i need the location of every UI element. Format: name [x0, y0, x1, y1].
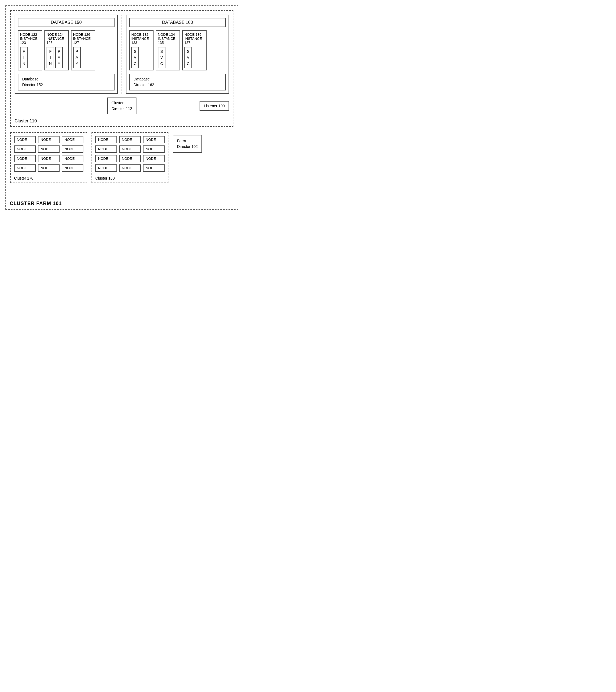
listener-wrap: Listener 190: [158, 101, 229, 111]
node-170-2: NODE: [38, 136, 60, 143]
cluster-farm: DATABASE 150 NODE 122 INSTANCE 123 FIN N…: [5, 5, 238, 210]
cluster-180-grid: NODE NODE NODE NODE NODE NODE NODE NODE …: [95, 136, 164, 172]
node-132: NODE 132 INSTANCE 133 SVC: [129, 30, 154, 70]
node-122-label: NODE 122: [20, 33, 40, 37]
node-136-services: SVC: [184, 46, 204, 68]
node-122: NODE 122 INSTANCE 123 FIN: [18, 30, 42, 70]
node-134-label: NODE 134: [158, 33, 178, 37]
service-pay-126: PAY: [73, 47, 81, 68]
node-170-3: NODE: [62, 136, 83, 143]
node-170-12: NODE: [62, 165, 83, 172]
db-director-162: DatabaseDirector 162: [129, 74, 226, 90]
node-170-10: NODE: [14, 165, 36, 172]
node-126-services: PAY: [73, 46, 93, 68]
node-134-services: SVC: [158, 46, 178, 68]
node-136: NODE 136 INSTANCE 137 SVC: [182, 30, 206, 70]
service-fin-124: FIN: [47, 47, 54, 68]
service-pay-124: PAY: [55, 47, 63, 68]
node-134: NODE 134 INSTANCE 135 SVC: [156, 30, 180, 70]
node-170-5: NODE: [38, 146, 60, 153]
cluster-farm-label: CLUSTER FARM 101: [10, 201, 62, 207]
node-180-2: NODE: [119, 136, 141, 143]
cluster-170-label: Cluster 170: [14, 176, 34, 180]
nodes-row-150: NODE 122 INSTANCE 123 FIN NODE 124 INSTA…: [18, 30, 114, 70]
cluster-bottom-row: ClusterDirector 112 Listener 190: [15, 98, 229, 123]
node-170-9: NODE: [62, 155, 83, 162]
node-122-services: FIN: [20, 46, 40, 68]
node-180-5: NODE: [119, 146, 141, 153]
farm-director-wrap: FarmDirector 102: [173, 132, 202, 153]
node-180-12: NODE: [143, 165, 164, 172]
db-director-162-wrap: DatabaseDirector 162: [129, 74, 226, 90]
node-124: NODE 124 INSTANCE 125 FIN PAY: [44, 30, 69, 70]
node-180-1: NODE: [95, 136, 117, 143]
database-150-title: DATABASE 150: [18, 18, 114, 27]
node-170-6: NODE: [62, 146, 83, 153]
cluster-180-label: Cluster 180: [95, 176, 115, 180]
node-136-num: 137: [184, 41, 204, 45]
cluster-170: NODE NODE NODE NODE NODE NODE NODE NODE …: [10, 132, 87, 183]
service-svc-136: SVC: [184, 47, 192, 68]
node-180-3: NODE: [143, 136, 164, 143]
node-180-10: NODE: [95, 165, 117, 172]
nodes-row-160: NODE 132 INSTANCE 133 SVC NODE 134 INSTA…: [129, 30, 226, 70]
node-122-num: 123: [20, 41, 40, 45]
node-170-4: NODE: [14, 146, 36, 153]
lower-section: NODE NODE NODE NODE NODE NODE NODE NODE …: [10, 132, 234, 183]
node-126-num: 127: [73, 41, 93, 45]
cluster-director-wrap: ClusterDirector 112: [86, 98, 158, 114]
cluster-director-112: ClusterDirector 112: [107, 98, 136, 114]
db-director-152-wrap: DatabaseDirector 152: [18, 74, 114, 90]
cluster-110-label: Cluster 110: [15, 118, 37, 124]
cluster-180: NODE NODE NODE NODE NODE NODE NODE NODE …: [91, 132, 169, 183]
node-126-label: NODE 126: [73, 33, 93, 37]
database-160-title: DATABASE 160: [129, 18, 226, 27]
node-124-services: FIN PAY: [47, 46, 67, 68]
node-180-6: NODE: [143, 146, 164, 153]
node-170-1: NODE: [14, 136, 36, 143]
node-124-label: NODE 124: [47, 33, 67, 37]
node-132-instance: INSTANCE: [131, 37, 151, 41]
node-180-7: NODE: [95, 155, 117, 162]
node-136-label: NODE 136: [184, 33, 204, 37]
node-180-11: NODE: [119, 165, 141, 172]
node-136-instance: INSTANCE: [184, 37, 204, 41]
node-132-num: 133: [131, 41, 151, 45]
node-132-services: SVC: [131, 46, 151, 68]
node-180-4: NODE: [95, 146, 117, 153]
farm-director-102: FarmDirector 102: [173, 135, 202, 153]
node-170-8: NODE: [38, 155, 60, 162]
database-row: DATABASE 150 NODE 122 INSTANCE 123 FIN N…: [15, 15, 229, 94]
vertical-divider: [122, 15, 122, 94]
service-svc-132: SVC: [131, 47, 139, 68]
node-170-11: NODE: [38, 165, 60, 172]
cluster-170-grid: NODE NODE NODE NODE NODE NODE NODE NODE …: [14, 136, 83, 172]
node-180-9: NODE: [143, 155, 164, 162]
node-124-instance: INSTANCE: [47, 37, 67, 41]
cluster-110: DATABASE 150 NODE 122 INSTANCE 123 FIN N…: [10, 10, 234, 127]
listener-190: Listener 190: [200, 101, 229, 111]
node-134-instance: INSTANCE: [158, 37, 178, 41]
database-160: DATABASE 160 NODE 132 INSTANCE 133 SVC N…: [126, 15, 229, 94]
db-director-152: DatabaseDirector 152: [18, 74, 114, 90]
node-132-label: NODE 132: [131, 33, 151, 37]
node-170-7: NODE: [14, 155, 36, 162]
service-fin: FIN: [20, 47, 28, 68]
node-126-instance: INSTANCE: [73, 37, 93, 41]
service-svc-134: SVC: [158, 47, 166, 68]
database-150: DATABASE 150 NODE 122 INSTANCE 123 FIN N…: [15, 15, 118, 94]
node-180-8: NODE: [119, 155, 141, 162]
node-122-instance: INSTANCE: [20, 37, 40, 41]
node-126: NODE 126 INSTANCE 127 PAY: [71, 30, 95, 70]
node-134-num: 135: [158, 41, 178, 45]
node-124-num: 125: [47, 41, 67, 45]
